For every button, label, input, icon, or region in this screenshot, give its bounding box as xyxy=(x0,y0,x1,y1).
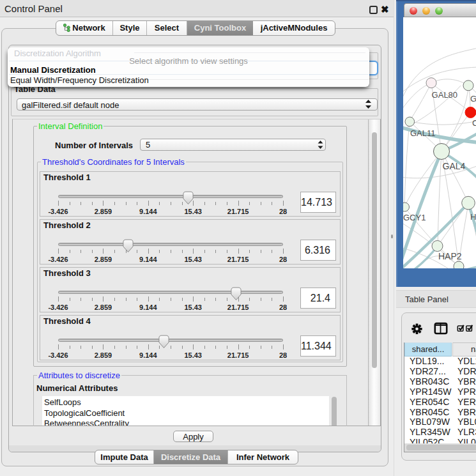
svg-text:HI: HI xyxy=(470,212,476,222)
svg-text:GAL80: GAL80 xyxy=(432,90,457,100)
svg-text:GAL4: GAL4 xyxy=(443,161,466,171)
svg-text:GA: GA xyxy=(470,94,476,104)
svg-text:GAL11: GAL11 xyxy=(410,128,436,138)
svg-text:GCY1: GCY1 xyxy=(403,213,426,222)
svg-text:CY: CY xyxy=(472,118,476,128)
svg-text:HAP2: HAP2 xyxy=(438,251,462,261)
